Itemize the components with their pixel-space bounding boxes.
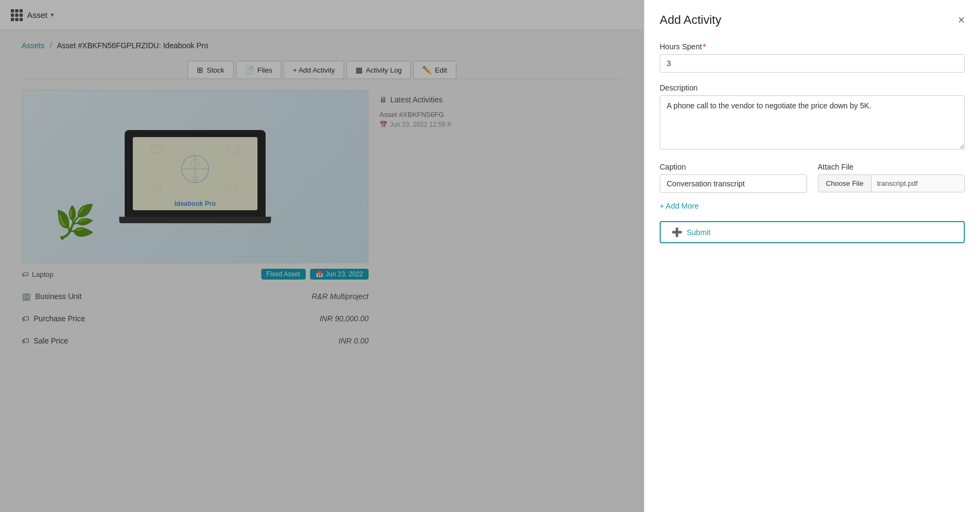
choose-file-button[interactable]: Choose File [818,174,871,192]
file-name-display: transcript.pdf [871,174,965,192]
submit-label: Submit [687,228,711,237]
required-star: * [703,42,706,51]
attach-label: Attach File [818,163,965,171]
add-more-link[interactable]: + Add More [660,202,965,210]
add-activity-drawer: Add Activity × Hours Spent * Description… [644,0,980,512]
modal-overlay[interactable] [0,0,644,512]
hours-label: Hours Spent * [660,42,965,51]
caption-label: Caption [660,163,807,171]
file-input-row: Choose File transcript.pdf [818,174,965,192]
submit-button[interactable]: ➕ Submit [660,221,965,243]
description-label: Description [660,83,965,92]
description-textarea[interactable]: A phone call to the vendor to negotiate … [660,95,965,150]
drawer-title: Add Activity [660,13,721,27]
hours-input[interactable] [660,54,965,73]
attach-file-group: Attach File Choose File transcript.pdf [818,163,965,193]
close-button[interactable]: × [958,14,965,26]
description-group: Description A phone call to the vendor t… [660,83,965,152]
caption-input[interactable] [660,174,807,193]
submit-icon: ➕ [672,227,682,237]
caption-attach-row: Caption Attach File Choose File transcri… [660,163,965,193]
drawer-header: Add Activity × [660,13,965,27]
caption-group: Caption [660,163,807,193]
hours-spent-group: Hours Spent * [660,42,965,73]
